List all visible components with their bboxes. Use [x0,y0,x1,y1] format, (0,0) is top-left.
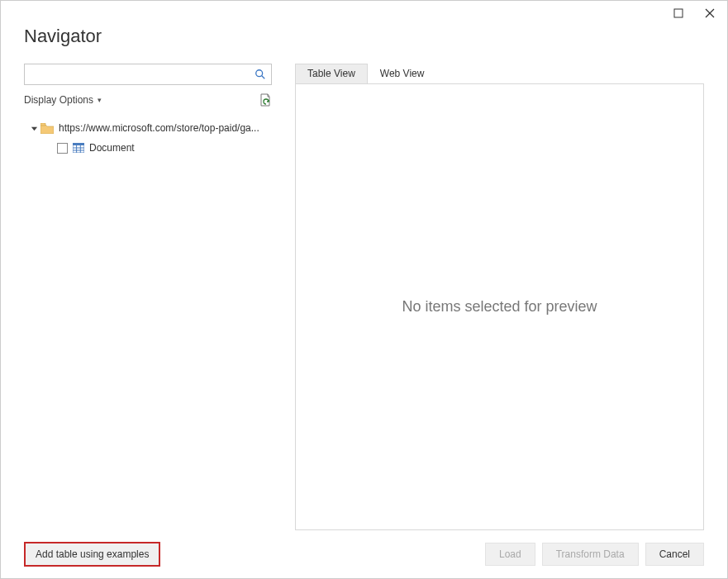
dialog-body: Display Options ▾ [1,52,727,530]
cancel-button[interactable]: Cancel [645,543,704,566]
table-icon [73,143,84,153]
tab-table-view[interactable]: Table View [295,64,368,84]
dialog-header: Navigator [1,26,727,52]
window-titlebar [1,1,727,26]
preview-empty-message: No items selected for preview [402,298,597,316]
svg-rect-0 [674,9,683,17]
display-options-label: Display Options [24,94,93,106]
close-icon [705,8,715,18]
preview-area: No items selected for preview [295,83,704,530]
transform-data-button[interactable]: Transform Data [542,543,639,566]
tree-expander[interactable] [29,125,39,132]
refresh-button[interactable] [259,93,272,107]
svg-rect-7 [73,143,84,145]
svg-rect-5 [40,123,45,126]
search-input[interactable] [24,64,272,85]
load-button[interactable]: Load [485,543,535,566]
tree-root-label: https://www.microsoft.com/store/top-paid… [59,122,259,134]
search-row [24,64,272,85]
caret-down-icon: ▾ [98,96,102,104]
tree-item-label: Document [89,142,135,154]
chevron-down-icon [31,125,38,132]
close-button[interactable] [699,2,721,24]
tree-item-checkbox[interactable] [57,143,68,154]
preview-pane: Table View Web View No items selected fo… [295,52,704,530]
refresh-icon [259,93,272,107]
maximize-icon [673,8,683,18]
tree-root-node[interactable]: https://www.microsoft.com/store/top-paid… [24,118,272,138]
dialog-footer: Add table using examples Load Transform … [1,530,727,578]
dialog-title: Navigator [24,26,704,47]
svg-line-4 [262,76,265,79]
search-icon [255,69,266,80]
maximize-button[interactable] [668,2,689,24]
footer-buttons: Load Transform Data Cancel [485,543,704,566]
navigator-dialog: Navigator Display Options ▾ [0,0,728,579]
options-row: Display Options ▾ [24,93,272,107]
svg-point-3 [256,70,263,77]
tree-item[interactable]: ▸ Document [24,138,272,158]
tab-web-view[interactable]: Web View [368,64,437,84]
preview-tabs: Table View Web View [295,64,704,84]
add-table-using-examples-button[interactable]: Add table using examples [24,542,160,567]
source-tree: https://www.microsoft.com/store/top-paid… [24,118,272,158]
navigation-pane: Display Options ▾ [24,52,272,530]
folder-icon [40,123,54,134]
display-options-dropdown[interactable]: Display Options ▾ [24,94,102,106]
search-button[interactable] [252,66,269,83]
